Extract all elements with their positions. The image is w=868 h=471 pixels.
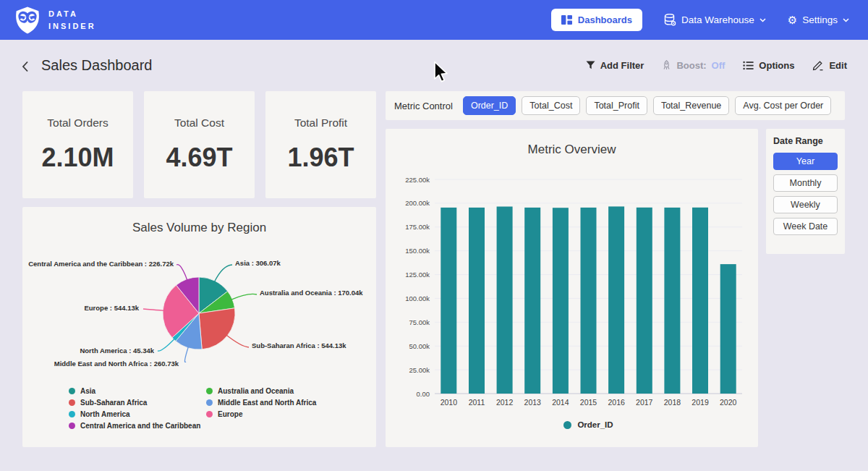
dashboards-button[interactable]: Dashboards [551,9,642,31]
legend-label: North America [80,410,130,418]
metric-option-total-revenue[interactable]: Total_Revenue [653,96,729,115]
pie-label-line [214,265,232,282]
top-nav: DATA INSIDER Dashboards Data Warehouse [0,0,868,40]
y-tick-label: 100.00k [405,294,430,302]
x-tick-label: 2019 [692,398,709,407]
kpi-card-total-profit: Total Profit 1.96T [265,91,376,198]
kpi-label: Total Profit [294,116,347,130]
add-filter-button[interactable]: Add Filter [586,60,644,71]
pie-label-line [184,347,188,362]
nav-right: Dashboards Data Warehouse ⚙ Settings [551,9,849,31]
bar-2017[interactable] [637,208,652,394]
data-warehouse-label: Data Warehouse [681,14,754,25]
date-range-option-year[interactable]: Year [773,153,838,170]
data-warehouse-menu[interactable]: Data Warehouse [664,14,766,26]
pie-label-australia-and-oceania: Australia and Oceania : 170.04k [260,289,363,297]
bar-2020[interactable] [720,264,736,394]
x-tick-label: 2018 [664,398,681,407]
y-tick-label: 175.00k [405,223,430,231]
edit-button[interactable]: Edit [812,59,847,71]
filter-funnel-icon [586,61,595,69]
date-range-option-monthly[interactable]: Monthly [773,174,838,192]
date-range-option-week-date[interactable]: Week Date [773,218,838,235]
kpi-card-total-orders: Total Orders 2.10M [22,91,133,198]
x-tick-label: 2012 [496,398,514,407]
kpi-card-total-cost: Total Cost 4.69T [144,91,255,198]
chevron-down-icon [760,18,766,22]
owl-logo-icon [14,7,41,34]
rocket-icon [662,60,671,70]
boost-toggle[interactable]: Boost: Off [662,60,725,71]
legend-item-sub-saharan-africa[interactable]: Sub-Saharan Africa [69,396,206,408]
y-tick-label: 50.00k [409,342,430,350]
metric-overview-panel: Metric Overview 225.00k200.00k175.00k150… [386,129,758,447]
back-button[interactable] [20,61,31,72]
legend-item-middle-east-and-north-africa[interactable]: Middle East and North Africa [206,396,316,408]
legend-label: Central America and the Caribbean [80,422,200,430]
x-tick-label: 2013 [524,398,542,407]
legend-item-europe[interactable]: Europe [206,408,316,420]
legend-dot [206,411,213,417]
gear-icon: ⚙ [788,14,797,25]
legend-item-asia[interactable]: Asia [69,385,206,396]
metric-control-bar: Metric Control Order_IDTotal_CostTotal_P… [386,91,845,120]
bar-chart: 225.00k200.00k175.00k150.00k125.00k100.0… [386,129,758,447]
y-tick-label: 125.00k [405,271,430,279]
legend-item-central-america-and-the-caribbean[interactable]: Central America and the Caribbean [69,420,206,431]
y-tick-label: 150.00k [405,247,430,255]
options-label: Options [759,60,794,71]
metric-control-label: Metric Control [394,101,453,111]
pie-slice-sub-saharan-africa[interactable] [199,308,235,349]
bar-legend[interactable]: Order_ID [435,420,742,429]
metric-option-order-id[interactable]: Order_ID [463,96,516,115]
legend-dot [563,421,571,429]
options-button[interactable]: Options [743,60,794,71]
y-tick-label: 225.00k [405,176,430,184]
metric-option-avg-cost-per-order[interactable]: Avg. Cost per Order [735,96,831,115]
pie-label-central-america-and-the-caribbean: Central America and the Caribbean : 226.… [28,260,174,268]
date-range-option-weekly[interactable]: Weekly [773,196,838,213]
kpi-value: 2.10M [41,143,114,173]
legend-label: Middle East and North Africa [218,399,316,407]
header-actions: Add Filter Boost: Off Options Edit [586,59,847,71]
legend-label: Order_ID [577,420,613,429]
bar-2016[interactable] [608,206,624,394]
bar-2013[interactable] [524,208,540,394]
legend-dot [69,388,75,394]
kpi-label: Total Orders [47,116,108,130]
legend-label: Europe [218,410,242,418]
legend-item-australia-and-oceania[interactable]: Australia and Oceania [206,385,316,396]
x-tick-label: 2016 [608,398,625,407]
x-tick-label: 2010 [441,398,458,407]
bar-2010[interactable] [441,208,456,394]
settings-label: Settings [802,14,838,25]
metric-option-total-cost[interactable]: Total_Cost [522,96,580,115]
pie-label-sub-saharan-africa: Sub-Saharan Africa : 544.13k [252,341,346,349]
settings-menu[interactable]: ⚙ Settings [788,14,849,25]
pie-label-europe: Europe : 544.13k [84,304,139,312]
bar-2011[interactable] [469,208,485,394]
chevron-down-icon [843,18,849,22]
legend-item-north-america[interactable]: North America [69,408,206,420]
bar-2012[interactable] [497,207,513,394]
dashboards-label: Dashboards [578,14,632,25]
x-tick-label: 2020 [720,398,737,407]
page-title: Sales Dashboard [41,57,152,74]
bar-2019[interactable] [692,208,708,394]
bar-2018[interactable] [664,208,680,394]
metric-option-total-profit[interactable]: Total_Profit [586,96,647,115]
legend-dot [206,399,213,406]
mouse-cursor [433,61,449,84]
bar-2014[interactable] [553,208,569,394]
metric-options: Order_IDTotal_CostTotal_ProfitTotal_Reve… [463,96,831,115]
pie-label-line [231,294,257,300]
bar-2015[interactable] [581,208,597,394]
kpi-label: Total Cost [174,116,224,130]
date-range-panel: Date Range YearMonthlyWeeklyWeek Date [766,129,845,254]
kpi-value: 4.69T [166,143,232,173]
legend-label: Sub-Saharan Africa [80,399,147,407]
add-filter-label: Add Filter [600,60,644,71]
pencil-icon [812,59,824,71]
sales-volume-panel: Sales Volume by Region Asia : 306.07kAus… [22,207,376,447]
kpi-value: 1.96T [287,143,354,173]
